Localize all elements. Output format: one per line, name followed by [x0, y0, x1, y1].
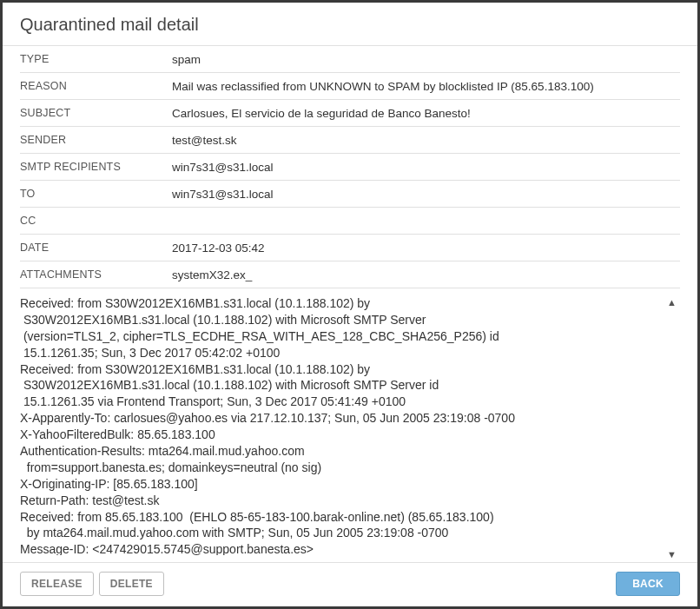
field-value: systemX32.ex_: [172, 268, 680, 281]
release-button[interactable]: RELEASE: [20, 572, 94, 596]
field-type: TYPE spam: [20, 46, 680, 73]
dialog-frame: Quarantined mail detail TYPE spam REASON…: [0, 0, 700, 609]
field-label: SMTP RECIPIENTS: [20, 161, 172, 173]
dialog-title: Quarantined mail detail: [20, 15, 680, 35]
delete-button[interactable]: DELETE: [99, 572, 164, 596]
field-reason: REASON Mail was reclassified from UNKNOW…: [20, 73, 680, 100]
field-label: TYPE: [20, 53, 172, 65]
back-button[interactable]: BACK: [616, 572, 680, 596]
footer-left-group: RELEASE DELETE: [20, 572, 164, 596]
raw-headers-container: Received: from S30W2012EX16MB1.s31.local…: [20, 295, 680, 555]
fields-list: TYPE spam REASON Mail was reclassified f…: [3, 46, 697, 288]
field-label: SENDER: [20, 134, 172, 146]
field-label: ATTACHMENTS: [20, 268, 172, 281]
dialog-footer: RELEASE DELETE BACK: [3, 562, 697, 606]
field-value: Mail was reclassified from UNKNOWN to SP…: [172, 80, 680, 93]
field-label: TO: [20, 188, 172, 200]
raw-headers-text[interactable]: Received: from S30W2012EX16MB1.s31.local…: [20, 295, 680, 555]
field-attachments: ATTACHMENTS systemX32.ex_: [20, 261, 680, 288]
field-label: DATE: [20, 242, 172, 254]
field-subject: SUBJECT Carlosues, El servicio de la seg…: [20, 100, 680, 127]
dialog-header: Quarantined mail detail: [3, 3, 697, 46]
field-cc: CC: [20, 208, 680, 235]
field-value: win7s31@s31.local: [172, 161, 680, 174]
field-smtp-recipients: SMTP RECIPIENTS win7s31@s31.local: [20, 154, 680, 181]
field-value: test@test.sk: [172, 134, 680, 147]
field-value: 2017-12-03 05:42: [172, 242, 680, 255]
field-value: Carlosues, El servicio de la seguridad d…: [172, 107, 680, 120]
field-value: spam: [172, 53, 680, 66]
field-sender: SENDER test@test.sk: [20, 127, 680, 154]
field-label: SUBJECT: [20, 107, 172, 119]
field-to: TO win7s31@s31.local: [20, 181, 680, 208]
field-date: DATE 2017-12-03 05:42: [20, 235, 680, 261]
field-label: REASON: [20, 80, 172, 92]
field-value: win7s31@s31.local: [172, 188, 680, 201]
field-label: CC: [20, 215, 172, 227]
